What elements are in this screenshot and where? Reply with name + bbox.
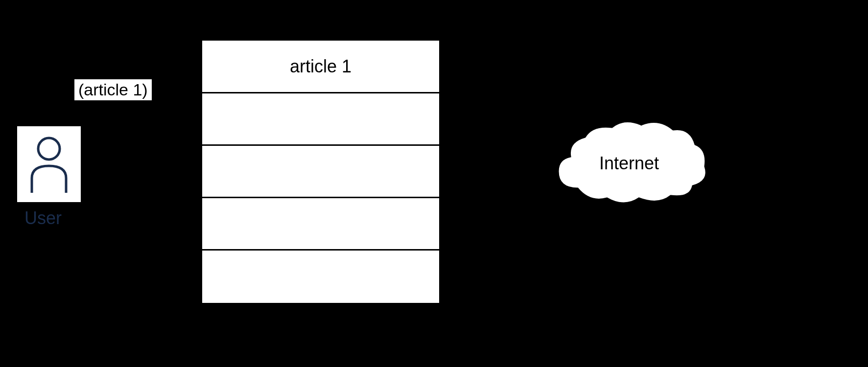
cloud-label: Internet [599,153,659,174]
stack-row [202,198,439,251]
stack-row [202,93,439,146]
internet-cloud: Internet [543,113,715,210]
svg-point-0 [38,138,60,160]
user-icon [24,132,73,197]
article-link-label: (article 1) [73,78,153,101]
stack-row [202,146,439,198]
stack-header: article 1 [202,41,439,93]
user-node [17,126,81,202]
user-label: User [24,208,62,229]
article-stack: article 1 [201,39,441,304]
stack-row [202,251,439,303]
